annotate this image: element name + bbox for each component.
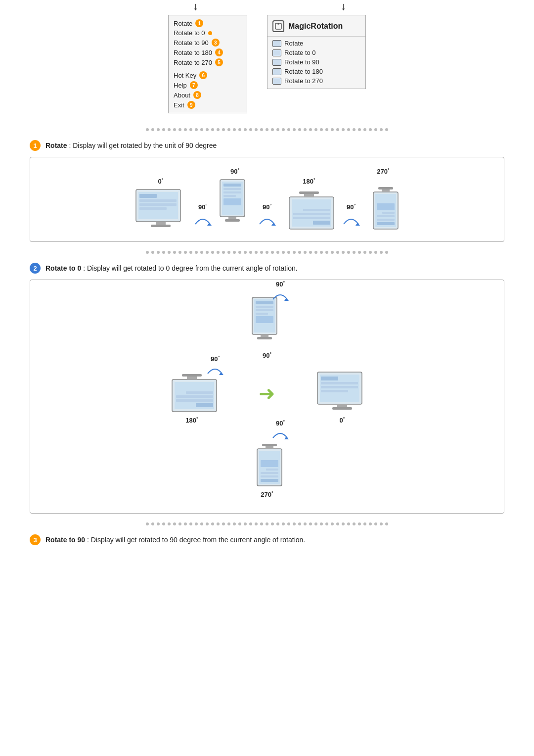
magic-rotate270-label: Rotate to 270 [284, 77, 323, 85]
monitor-0deg: 0° [134, 177, 188, 232]
magic-rotate0-label: Rotate to 0 [284, 49, 316, 56]
svg-marker-28 [356, 223, 360, 226]
section3-text: Rotate to 90 : Display will get rotated … [45, 536, 305, 544]
menu-item-help-label: Help [174, 82, 187, 89]
arc3-degree: 90° [347, 203, 356, 211]
section2-header: 2 Rotate to 0 : Display will get rotated… [30, 263, 504, 274]
svg-marker-9 [207, 223, 212, 226]
menu-item-rotate0-label: Rotate to 0 [174, 29, 205, 37]
svg-rect-32 [377, 219, 395, 221]
section1-illustration: 0° 90° 90° [30, 157, 504, 242]
svg-rect-7 [156, 222, 166, 225]
badge-7: 7 [190, 81, 198, 89]
svg-rect-53 [176, 395, 213, 398]
magic-rotation-menu: MagicRotation Rotate Rotate to 0 Rotate … [267, 15, 366, 89]
magic-menu-rotate270[interactable]: Rotate to 270 [267, 76, 365, 86]
section3-badge: 3 [30, 534, 41, 545]
menu-item-rotate90[interactable]: Rotate to 90 3 [169, 38, 247, 47]
s2-label-0: 0° [340, 416, 345, 424]
svg-rect-41 [256, 301, 273, 304]
section2-illustration: 90° 90° 90 [30, 280, 504, 514]
divider-3 [30, 522, 504, 525]
menu-item-help[interactable]: Help 7 [169, 80, 247, 90]
menu-item-about-label: About [174, 92, 190, 99]
arc3-wrap: 90° [341, 203, 361, 227]
menu-item-rotate0[interactable]: Rotate to 0 [169, 28, 247, 38]
magic-rotate90-icon [272, 59, 281, 66]
svg-rect-43 [256, 309, 273, 311]
svg-rect-70 [261, 472, 278, 474]
svg-rect-8 [151, 225, 171, 227]
section3-header: 3 Rotate to 90 : Display will get rotate… [30, 534, 504, 545]
svg-rect-44 [256, 313, 268, 315]
svg-rect-34 [382, 212, 395, 214]
svg-rect-51 [196, 403, 213, 407]
svg-rect-27 [299, 191, 319, 194]
menu-item-rotate180[interactable]: Rotate to 180 4 [169, 47, 247, 57]
svg-rect-46 [261, 334, 268, 337]
menu-item-hotkey-label: Hot Key [174, 72, 196, 79]
magic-menu-rotate90[interactable]: Rotate to 90 [267, 57, 365, 67]
s2-label-180: 180° [185, 416, 198, 424]
menu-item-rotate270[interactable]: Rotate to 270 5 [169, 57, 247, 67]
svg-rect-26 [304, 194, 314, 197]
magic-header: MagicRotation [267, 18, 365, 37]
magic-rotate-icon [272, 40, 281, 47]
section2-text: Rotate to 0 : Display will get rotated t… [45, 264, 298, 272]
s2-monitor-180: 90° 180° [165, 370, 219, 424]
magic-rotation-title: MagicRotation [288, 22, 343, 31]
svg-rect-18 [225, 219, 240, 222]
badge-8: 8 [193, 91, 201, 99]
svg-rect-71 [266, 469, 278, 471]
menu-item-about[interactable]: About 8 [169, 90, 247, 100]
svg-rect-13 [223, 188, 241, 190]
svg-rect-72 [261, 460, 278, 467]
badge-9: 9 [187, 101, 195, 109]
s2-label-90: 90° [263, 351, 271, 359]
magic-rotate90-label: Rotate to 90 [284, 58, 319, 66]
svg-rect-4 [139, 199, 177, 202]
arc2-degree: 90° [263, 203, 271, 211]
menu-item-rotate[interactable]: Rotate 1 [169, 18, 247, 28]
svg-rect-35 [377, 203, 395, 210]
svg-rect-6 [139, 207, 167, 210]
menu-item-exit-label: Exit [174, 101, 184, 109]
svg-rect-33 [377, 215, 395, 217]
menu-item-hotkey[interactable]: Hot Key 6 [169, 70, 247, 80]
magic-rotate-label: Rotate [284, 40, 303, 47]
magic-rotation-icon [272, 20, 284, 32]
section2-badge: 2 [30, 263, 41, 274]
svg-rect-36 [382, 189, 390, 192]
s2-monitor-270: 90° 270° [250, 434, 284, 498]
magic-menu-rotate180[interactable]: Rotate to 180 [267, 67, 365, 76]
section1-header: 1 Rotate : Display will get rotated by t… [30, 140, 504, 151]
svg-rect-24 [293, 213, 330, 215]
menu-item-exit[interactable]: Exit 9 [169, 100, 247, 110]
svg-rect-69 [261, 475, 278, 477]
top-menu-section: ↓ Rotate 1 Rotate to 0 Rotate to 90 3 Ro… [30, 15, 504, 113]
arc1-degree: 90° [198, 203, 207, 211]
svg-rect-59 [321, 377, 338, 380]
svg-marker-38 [284, 298, 289, 301]
dot-2 [208, 31, 212, 35]
svg-rect-22 [313, 221, 330, 225]
svg-rect-61 [321, 386, 358, 388]
svg-rect-52 [176, 399, 213, 402]
s2-monitor-0: 0° [315, 370, 369, 424]
magic-rotate270-icon [272, 78, 281, 85]
magic-rotate0-icon [272, 49, 281, 56]
svg-rect-73 [266, 446, 273, 449]
menu-item-rotate90-label: Rotate to 90 [174, 39, 209, 47]
svg-rect-12 [223, 184, 241, 187]
svg-rect-63 [337, 404, 347, 407]
badge-5: 5 [215, 58, 223, 66]
section2-top-row: 90° 90° [50, 295, 484, 359]
magic-menu-rotate[interactable]: Rotate [267, 39, 365, 48]
monitor-270deg: 270° [366, 167, 400, 232]
svg-rect-37 [378, 187, 393, 189]
magic-menu-rotate0[interactable]: Rotate to 0 [267, 48, 365, 57]
magic-rotate180-icon [272, 68, 281, 75]
right-arrow: ↓ [341, 0, 346, 13]
s2-monitor-90: 90° 90° [250, 295, 284, 359]
magic-rotate180-label: Rotate to 180 [284, 68, 323, 75]
